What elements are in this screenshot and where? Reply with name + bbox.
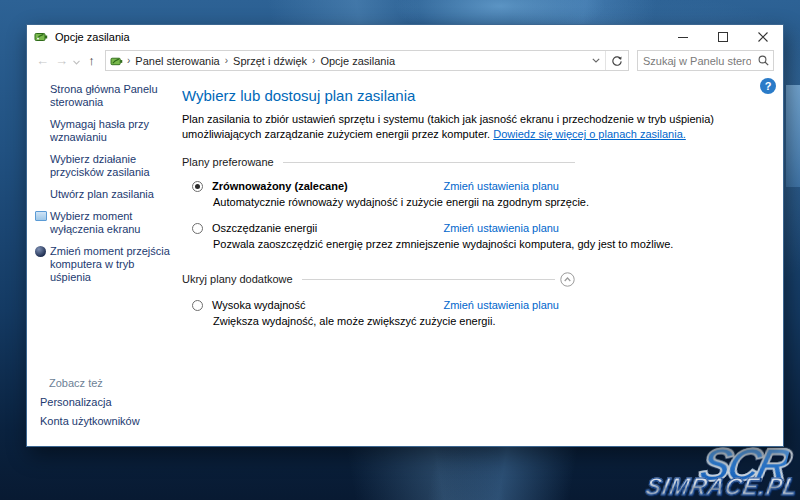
page-title: Wybierz lub dostosuj plan zasilania [182, 87, 783, 104]
chevron-down-icon [73, 60, 80, 65]
refresh-button[interactable] [605, 51, 628, 70]
desktop: SCR SIMRACE.PL Opcje zasilania [0, 0, 800, 500]
moon-icon [35, 246, 46, 257]
plan-description: Pozwala zaoszczędzić energię przez zmnie… [213, 238, 783, 250]
breadcrumb-separator: › [225, 55, 228, 66]
breadcrumb-separator: › [127, 55, 130, 66]
chevron-down-icon [592, 58, 600, 63]
breadcrumb-control-panel[interactable]: Panel sterowania [133, 55, 221, 67]
window-title: Opcje zasilania [55, 31, 663, 43]
search-icon [758, 55, 769, 66]
back-arrow-icon: ← [36, 53, 49, 68]
plan-power-saver: Oszczędzanie energii Zmień ustawienia pl… [182, 222, 783, 250]
forward-button[interactable]: → [52, 51, 71, 70]
sidebar: Strona główna Panelu sterowania Wymagaj … [27, 73, 182, 446]
up-arrow-icon: ↑ [88, 53, 95, 68]
minimize-icon [678, 32, 688, 42]
plan-description: Automatycznie równoważy wydajność i zuży… [213, 196, 783, 208]
sidebar-item-display-off[interactable]: Wybierz moment wyłączenia ekranu [35, 210, 182, 236]
radio-balanced[interactable] [192, 181, 203, 192]
sidebar-link-personalization[interactable]: Personalizacja [40, 396, 182, 408]
power-options-window: Opcje zasilania ← → ↑ [26, 24, 784, 447]
sidebar-item-create-plan[interactable]: Utwórz plan zasilania [35, 188, 182, 201]
plan-balanced: Zrównoważony (zalecane) Zmień ustawienia… [182, 180, 783, 208]
sidebar-link-user-accounts[interactable]: Konta użytkowników [40, 415, 182, 427]
radio-power-saver[interactable] [192, 223, 203, 234]
plan-high-performance: Wysoka wydajność Zmień ustawienia planu … [182, 299, 783, 327]
maximize-icon [718, 32, 728, 42]
back-button[interactable]: ← [33, 51, 52, 70]
section-additional-plans: Ukryj plany dodatkowe [182, 271, 575, 287]
caption-buttons [663, 25, 783, 48]
chevron-up-circle-icon [560, 272, 575, 287]
address-bar[interactable]: › Panel sterowania › Sprzęt i dźwięk › O… [105, 50, 629, 71]
radio-high-performance[interactable] [192, 300, 203, 311]
change-plan-settings-link-balanced[interactable]: Zmień ustawienia planu [443, 180, 559, 192]
sidebar-item-control-panel-home[interactable]: Strona główna Panelu sterowania [35, 83, 182, 109]
plan-label: Wysoka wydajność [212, 299, 305, 311]
change-plan-settings-link-power-saver[interactable]: Zmień ustawienia planu [443, 222, 559, 234]
up-button[interactable]: ↑ [82, 51, 101, 70]
breadcrumb-hardware-sound[interactable]: Sprzęt i dźwięk [231, 55, 309, 67]
refresh-icon [611, 55, 623, 67]
content-area: ? Strona główna Panelu sterowania Wymaga… [27, 73, 783, 446]
plan-label: Zrównoważony (zalecane) [212, 180, 348, 192]
minimize-button[interactable] [663, 25, 703, 48]
learn-more-link[interactable]: Dowiedz się więcej o planach zasilania. [493, 128, 686, 140]
maximize-button[interactable] [703, 25, 743, 48]
address-dropdown-button[interactable] [587, 51, 605, 70]
see-also-header: Zobacz też [49, 377, 182, 389]
power-options-icon [110, 55, 124, 67]
sidebar-item-sleep-timing[interactable]: Zmień moment przejścia komputera w tryb … [35, 245, 182, 284]
search-input[interactable] [638, 55, 753, 67]
collapse-additional-plans-button[interactable] [559, 271, 575, 287]
close-button[interactable] [743, 25, 783, 48]
wallpaper-light-beam [786, 85, 800, 187]
simrace-watermark: SCR SIMRACE.PL [538, 438, 800, 500]
see-also-section: Zobacz też Personalizacja Konta użytkown… [35, 377, 182, 434]
intro-text: Plan zasilania to zbiór ustawień sprzętu… [182, 112, 783, 142]
power-options-icon [34, 30, 49, 43]
breadcrumb: › Panel sterowania › Sprzęt i dźwięk › O… [106, 51, 587, 70]
sidebar-item-require-password[interactable]: Wymagaj hasła przy wznawianiu [35, 118, 182, 144]
main-pane: Wybierz lub dostosuj plan zasilania Plan… [182, 73, 783, 446]
close-icon [758, 32, 768, 42]
forward-arrow-icon: → [55, 53, 68, 68]
titlebar: Opcje zasilania [27, 25, 783, 48]
section-preferred-plans: Plany preferowane [182, 156, 575, 168]
search-box [637, 50, 774, 71]
simrace-watermark-text: SIMRACE.PL [644, 476, 800, 499]
recent-pages-button[interactable] [71, 51, 82, 70]
help-icon: ? [765, 80, 772, 92]
breadcrumb-separator: › [312, 55, 315, 66]
section-divider [283, 162, 575, 163]
plan-label: Oszczędzanie energii [212, 222, 317, 234]
help-button[interactable]: ? [760, 78, 776, 94]
change-plan-settings-link-high-performance[interactable]: Zmień ustawienia planu [443, 299, 559, 311]
plan-description: Zwiększa wydajność, ale może zwiększyć z… [213, 315, 783, 327]
breadcrumb-power-options[interactable]: Opcje zasilania [318, 55, 397, 67]
section-divider [302, 279, 555, 280]
navigation-toolbar: ← → ↑ › Panel sterowania › Sprzęt i dźwi… [27, 48, 783, 73]
monitor-icon [35, 211, 47, 221]
sidebar-item-power-buttons[interactable]: Wybierz działanie przycisków zasilania [35, 153, 182, 179]
